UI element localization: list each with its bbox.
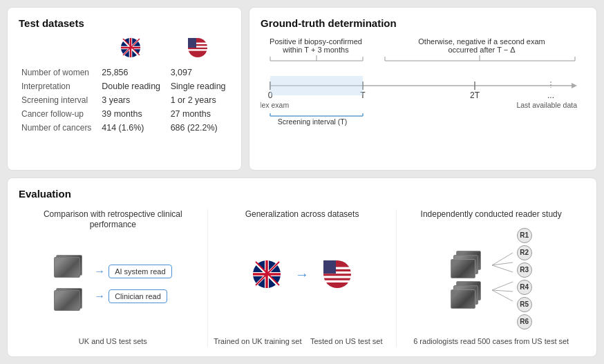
generalization-title: Generalization across datasets — [245, 209, 359, 220]
svg-text:occurred after T − Δ: occurred after T − Δ — [448, 46, 516, 54]
timeline-svg: Positive if biopsy-confirmed within T + … — [261, 36, 578, 126]
uk-us-flow: → — [252, 260, 352, 289]
row-us-4: 686 (22.2%) — [165, 121, 230, 135]
clinician-flow: → Clinician read — [94, 289, 171, 303]
us-flag-large-icon — [323, 260, 352, 289]
reader-diagram: R1R2R3R4R5R6 — [402, 225, 580, 332]
flow-boxes: → AI system read → Clinician read — [94, 265, 171, 303]
svg-rect-12 — [188, 49, 207, 50]
mammo-s3-6 — [451, 289, 475, 309]
svg-marker-29 — [572, 83, 577, 88]
mammo-layer-2 — [54, 257, 80, 278]
datasets-row-0: Number of women 25,856 3,097 — [19, 66, 230, 79]
section1-diagram: → AI system read → Clinician read — [54, 255, 171, 313]
svg-text:Otherwise, negative if a secon: Otherwise, negative if a second exam — [418, 37, 545, 46]
reader-circle-r1: R1 — [517, 228, 532, 243]
reader-circle-r2: R2 — [517, 245, 532, 260]
datasets-row-1: Interpretation Double reading Single rea… — [19, 79, 230, 93]
datasets-row-3: Cancer follow-up 39 months 27 months — [19, 107, 230, 121]
svg-line-67 — [492, 290, 513, 301]
row-label-0: Number of women — [19, 66, 96, 79]
svg-rect-14 — [188, 38, 196, 48]
clinician-box: Clinician read — [108, 289, 167, 303]
trained-tested-labels: Trained on UK training set Tested on US … — [214, 332, 391, 347]
top-row: Test datasets — [7, 7, 597, 171]
row-label-2: Screening interval — [19, 93, 96, 107]
svg-text:Positive if biopsy-confirmed: Positive if biopsy-confirmed — [270, 37, 362, 46]
ground-truth-card: Ground-truth determination Positive if b… — [249, 7, 597, 171]
row-label-1: Interpretation — [19, 79, 96, 93]
reader-circle-r3: R3 — [517, 262, 532, 278]
reader-circle-r6: R6 — [517, 314, 532, 329]
row-uk-1: Double reading — [96, 79, 164, 93]
evaluation-card: Evaluation Comparison with retrospective… — [7, 178, 597, 357]
mammo-s3-3 — [451, 259, 475, 278]
connect-lines-svg — [492, 247, 513, 309]
comparison-diagram: → AI system read → Clinician read — [24, 236, 202, 332]
timeline-container: Positive if biopsy-confirmed within T + … — [261, 36, 585, 128]
test-datasets-card: Test datasets — [7, 7, 242, 171]
evaluation-title: Evaluation — [19, 188, 585, 200]
test-datasets-title: Test datasets — [19, 17, 230, 29]
svg-rect-57 — [323, 276, 351, 278]
svg-rect-43 — [270, 76, 363, 95]
bottom-row: Evaluation Comparison with retrospective… — [7, 178, 597, 357]
mammo-stacked-section3 — [451, 251, 484, 306]
svg-rect-59 — [323, 280, 351, 282]
row-uk-4: 414 (1.6%) — [96, 121, 164, 135]
eval-sections: Comparison with retrospective clinical p… — [19, 209, 585, 347]
arrow-ai: → — [94, 265, 105, 278]
reader-circle-r4: R4 — [517, 280, 532, 295]
eval-section-readers: Independently conducted reader study — [397, 209, 585, 347]
row-uk-0: 25,856 — [96, 66, 164, 79]
col-flag-uk — [96, 36, 164, 66]
row-uk-2: 3 years — [96, 93, 164, 107]
ai-system-box: AI system read — [108, 265, 171, 278]
svg-line-65 — [492, 282, 513, 290]
svg-line-66 — [492, 290, 513, 291]
ground-truth-title: Ground-truth determination — [261, 17, 585, 29]
row-us-3: 27 months — [165, 107, 230, 121]
radiologist-section: R1R2R3R4R5R6 — [451, 228, 532, 329]
reader-circle-r5: R5 — [517, 297, 532, 312]
eval-section-comparison: Comparison with retrospective clinical p… — [19, 209, 208, 347]
uk-us-label: UK and US test sets — [79, 336, 147, 347]
mammo-bottom — [54, 288, 84, 313]
datasets-row-2: Screening interval 3 years 1 or 2 years — [19, 93, 230, 107]
svg-text:within T + 3 months: within T + 3 months — [282, 46, 349, 54]
mammo-top — [54, 255, 84, 280]
svg-text:...: ... — [547, 90, 554, 100]
svg-line-64 — [492, 265, 513, 272]
row-us-1: Single reading — [165, 79, 230, 93]
arrow-uk-to-us: → — [295, 267, 309, 282]
reader-caption: 6 radiologists read 500 cases from US te… — [413, 336, 569, 347]
uk-flag-large-icon — [252, 260, 281, 289]
svg-text:Last available data: Last available data — [516, 101, 577, 109]
us-flag-section — [323, 260, 352, 289]
svg-line-62 — [492, 253, 513, 265]
mammo-layer-4 — [54, 290, 80, 311]
datasets-row-4: Number of cancers 414 (1.6%) 686 (22.2%) — [19, 121, 230, 135]
arrow-clinician: → — [94, 290, 105, 303]
generalization-diagram: → — [214, 225, 391, 329]
col-label-empty — [19, 36, 96, 66]
uk-flag-section — [252, 260, 281, 289]
mammo-gap — [54, 282, 84, 286]
svg-rect-60 — [323, 260, 336, 274]
uk-flag-icon — [120, 37, 141, 58]
svg-line-63 — [492, 262, 513, 265]
mammo-stack-section1 — [54, 255, 84, 313]
row-label-3: Cancer follow-up — [19, 107, 96, 121]
us-flag-icon — [187, 37, 208, 58]
eval-section-generalization: Generalization across datasets — [208, 209, 397, 347]
row-us-0: 3,097 — [165, 66, 230, 79]
row-label-4: Number of cancers — [19, 121, 96, 135]
main-container: Test datasets — [0, 0, 604, 364]
svg-text:Index exam: Index exam — [261, 101, 289, 109]
trained-label: Trained on UK training set — [214, 336, 302, 347]
reader-circles: R1R2R3R4R5R6 — [517, 228, 532, 329]
comparison-title: Comparison with retrospective clinical p… — [24, 209, 202, 231]
reader-title: Independently conducted reader study — [421, 209, 562, 220]
row-us-2: 1 or 2 years — [165, 93, 230, 107]
datasets-table: Number of women 25,856 3,097 Interpretat… — [19, 36, 230, 135]
